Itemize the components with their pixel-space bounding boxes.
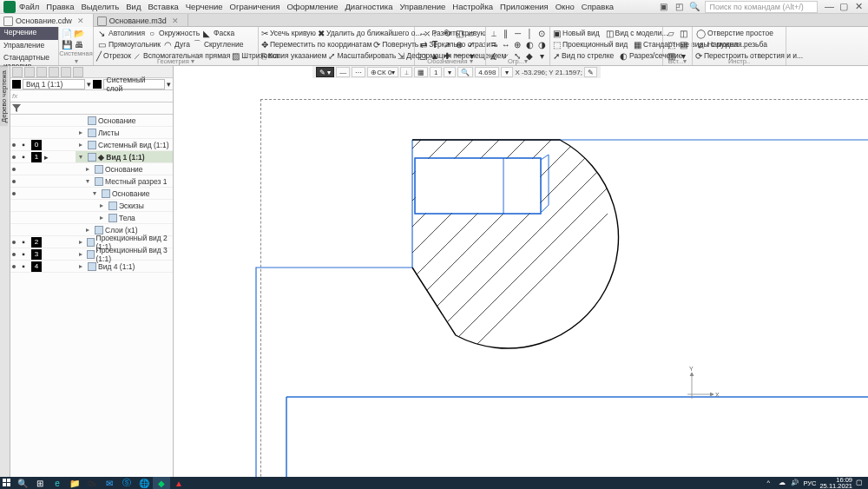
arc-icon[interactable]: ◠ — [162, 39, 173, 50]
menu-settings[interactable]: Настройка — [452, 2, 493, 11]
grid-toggle[interactable]: ▦ — [414, 67, 428, 77]
expander-icon[interactable]: ▸ — [79, 250, 85, 258]
expander-icon[interactable]: ▸ — [79, 238, 85, 246]
print-icon[interactable]: 🖶 — [74, 39, 84, 50]
menu-insert[interactable]: Вставка — [148, 2, 178, 11]
tray-cloud-icon[interactable]: ☁ — [779, 479, 787, 487]
leader-icon[interactable]: ↗ — [442, 39, 452, 50]
menu-apps[interactable]: Приложения — [500, 2, 549, 11]
tree-node[interactable]: ◆ Вид 1 (1:1) — [98, 153, 145, 162]
circle-icon[interactable]: ○ — [147, 28, 157, 38]
tree-btn-2[interactable] — [24, 67, 35, 77]
command-search[interactable]: Поиск по командам (Alt+/) — [705, 1, 818, 13]
copy-icon[interactable]: ⎘ — [261, 50, 266, 61]
dim2-icon[interactable]: ↕ — [430, 28, 440, 38]
arrowview-icon[interactable]: ➚ — [553, 50, 560, 61]
expander-icon[interactable]: ▸ — [100, 202, 107, 209]
tree-node[interactable]: Основание — [98, 116, 136, 125]
tool-style2[interactable]: ⋯ — [352, 67, 365, 77]
lock-icon[interactable]: ▪ — [18, 152, 29, 162]
lock-icon[interactable]: ▪ — [18, 140, 29, 150]
eye-icon[interactable] — [12, 192, 16, 195]
zoom-dropdown[interactable]: ▾ — [444, 67, 456, 77]
stdview-icon[interactable]: ▦ — [634, 39, 641, 50]
c6-icon[interactable]: = — [489, 39, 499, 50]
move-icon[interactable]: ✥ — [261, 39, 268, 50]
maximize-button[interactable]: ▢ — [838, 1, 850, 12]
viewmodel-icon[interactable]: ◫ — [606, 28, 614, 38]
hole-icon[interactable]: ◯ — [695, 28, 706, 38]
thread-icon[interactable]: ⌀ — [695, 39, 706, 50]
chamfer-icon[interactable]: ◣ — [201, 28, 212, 38]
dim-icon[interactable]: ↔ — [418, 28, 428, 38]
tree-node[interactable]: Листы — [98, 129, 120, 137]
eye-icon[interactable] — [12, 143, 16, 147]
menu-drawing[interactable]: Черчение — [186, 2, 223, 11]
expander-icon[interactable]: ▸ — [100, 214, 107, 221]
close-icon[interactable]: ✕ — [172, 17, 179, 25]
step-value[interactable]: 1 — [430, 67, 442, 77]
menu-file[interactable]: Файл — [19, 2, 39, 11]
zoom-dropdown2[interactable]: ▾ — [501, 67, 513, 77]
menu-manage[interactable]: Управление — [400, 2, 446, 11]
expander-icon[interactable]: ▸ — [79, 141, 86, 149]
fillet-icon[interactable]: ⌒ — [192, 39, 202, 50]
close-icon[interactable]: ✕ — [77, 17, 84, 25]
menu-help[interactable]: Справка — [582, 2, 614, 11]
tray-up-icon[interactable]: ^ — [766, 479, 775, 487]
tb-kompas[interactable]: ◆ — [153, 477, 170, 489]
eye-icon[interactable] — [12, 241, 16, 244]
expander-icon[interactable]: ▸ — [86, 226, 93, 234]
tb-acrobat[interactable]: ▲ — [170, 477, 187, 489]
section-icon[interactable]: ◐ — [620, 50, 628, 61]
taskview-button[interactable]: ⊞ — [31, 477, 49, 489]
c2-icon[interactable]: ∥ — [501, 28, 511, 38]
ins2-icon[interactable]: ◫ — [678, 28, 688, 38]
tab-osnovanie-m3d[interactable]: Основание.m3d ✕ — [94, 14, 188, 27]
drawing-canvas[interactable]: ✎ ▾ — ⋯ ⊕ СК 0 ▾ ⟂ ▦ 1 ▾ 🔍 4.698 ▾ X -53… — [174, 66, 868, 477]
tree-btn-3[interactable] — [36, 67, 47, 77]
layout-icon-2[interactable]: ◰ — [674, 2, 684, 12]
dim3-icon[interactable]: ⟲ — [442, 28, 452, 38]
tree-node[interactable]: Тела — [119, 214, 135, 222]
notifications-icon[interactable]: ▢ — [856, 479, 865, 487]
deform-icon[interactable]: ⇲ — [398, 50, 404, 61]
c8-icon[interactable]: ⊕ — [513, 39, 523, 50]
fx-row[interactable]: fx — [10, 90, 173, 102]
ins3-icon[interactable]: ⬚ — [666, 39, 676, 50]
tree-node[interactable]: Системный вид (1:1) — [98, 141, 168, 149]
tray-volume-icon[interactable]: 🔊 — [791, 479, 799, 487]
menu-select[interactable]: Выделить — [81, 2, 119, 11]
tree-node[interactable]: Эскизы — [119, 202, 144, 210]
newview-icon[interactable]: ▣ — [553, 28, 561, 38]
eye-icon[interactable] — [12, 265, 16, 268]
note-icon[interactable]: ▭ — [418, 39, 428, 50]
scale-icon[interactable]: ⤢ — [328, 50, 335, 61]
lock-icon[interactable]: ▪ — [18, 261, 29, 272]
search-button[interactable]: 🔍 — [14, 477, 31, 489]
tb-mail[interactable]: ✉ — [101, 477, 118, 489]
c3-icon[interactable]: ─ — [513, 28, 523, 38]
menu-format[interactable]: Оформление — [286, 2, 338, 11]
rect-icon[interactable]: ▭ — [96, 39, 107, 50]
tb-chrome[interactable]: 🌐 — [135, 477, 153, 489]
menu-constraints[interactable]: Ограничения — [230, 2, 280, 11]
close-button[interactable]: ✕ — [852, 1, 865, 12]
expander-icon[interactable]: ▾ — [79, 153, 86, 161]
tree-btn-5[interactable] — [61, 67, 71, 77]
save-icon[interactable]: 💾 — [62, 39, 72, 50]
ins4-icon[interactable]: ▤ — [678, 39, 688, 50]
c5-icon[interactable]: ⊙ — [536, 28, 547, 38]
sym-icon[interactable]: ⊕ — [454, 39, 464, 50]
tb-store[interactable]: 🛍 — [83, 477, 101, 489]
rotate-icon[interactable]: ⟳ — [373, 39, 380, 50]
menu-diag[interactable]: Диагностика — [345, 2, 392, 11]
tray-lang[interactable]: РУС — [803, 479, 816, 487]
ribbon-tab-manage[interactable]: Управление — [0, 40, 59, 53]
eye-icon[interactable] — [12, 155, 16, 159]
lock-icon[interactable]: ▪ — [18, 237, 29, 248]
tb-skype[interactable]: ⓢ — [118, 477, 135, 489]
layout-icon-1[interactable]: ▣ — [658, 2, 668, 12]
expander-icon[interactable]: ▾ — [86, 177, 93, 185]
zoom-tool[interactable]: 🔍 — [457, 67, 473, 77]
